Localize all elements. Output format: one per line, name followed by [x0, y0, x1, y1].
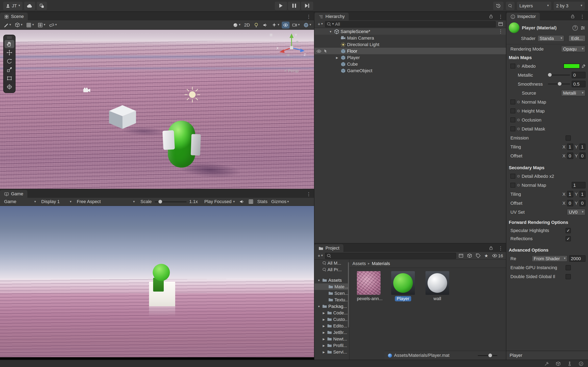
global-search-button[interactable]	[506, 1, 515, 10]
expander-closed-icon[interactable]: ▶	[335, 56, 339, 59]
visibility-eye-icon[interactable]	[316, 49, 321, 53]
rect-tool-button[interactable]	[4, 74, 14, 82]
texture-slot[interactable]	[510, 64, 515, 68]
version-control-button[interactable]	[37, 1, 47, 10]
package-status-icon[interactable]	[554, 360, 562, 367]
object-picker-icon[interactable]: ⊙	[517, 174, 520, 178]
scene-viewport[interactable]: ≡ Y X Z < Persp	[0, 30, 314, 189]
hierarchy-menu-button[interactable]: ⋮	[495, 13, 506, 20]
grid-visibility-button[interactable]: ▾	[25, 21, 35, 28]
search-window-button[interactable]	[457, 252, 465, 259]
tab-scene[interactable]: Scene	[0, 13, 28, 20]
expander-closed-icon[interactable]: ▶	[322, 350, 326, 353]
tab-project[interactable]: Project	[314, 244, 344, 252]
tiling-x-field[interactable]: 1	[567, 191, 573, 197]
layers-dropdown[interactable]: Layers ▾	[517, 1, 551, 10]
scene-panel-menu-button[interactable]: ⋮	[303, 13, 314, 20]
measure-tool-button[interactable]: ▾	[48, 21, 58, 28]
render-queue-field[interactable]: 2000	[569, 255, 586, 262]
reflections-checkbox[interactable]	[566, 236, 571, 241]
texture-slot[interactable]	[510, 126, 515, 131]
folder-profile[interactable]: ▶Profil...	[314, 342, 349, 349]
camera-settings-dropdown[interactable]: ▾	[291, 21, 301, 28]
project-lock-button[interactable]	[487, 244, 495, 252]
projection-mode-label[interactable]: < Persp	[271, 69, 312, 73]
tab-hierarchy[interactable]: Hierarchy	[314, 13, 349, 20]
hierarchy-item-cube[interactable]: Cube	[314, 61, 506, 67]
project-menu-button[interactable]: ⋮	[495, 244, 506, 252]
object-picker-icon[interactable]: ⊙	[517, 118, 520, 122]
cloud-button[interactable]	[24, 1, 35, 10]
display-dropdown[interactable]: Display 1▾	[39, 198, 73, 205]
pivot-mode-button[interactable]: ▾	[13, 21, 24, 28]
overlay-drag-handle[interactable]	[7, 37, 12, 38]
folder-scenes[interactable]: Scen...	[314, 290, 349, 296]
expander-open-icon[interactable]: ▼	[317, 279, 321, 282]
gizmos-dropdown[interactable]: ▾	[302, 21, 312, 28]
folder-assets[interactable]: ▼Assets	[314, 277, 349, 284]
step-button[interactable]	[301, 1, 313, 10]
texture-slot[interactable]	[510, 174, 515, 179]
game-view-dropdown[interactable]: Game▾	[2, 198, 38, 205]
breadcrumb-assets[interactable]: Assets	[352, 261, 366, 266]
albedo-color-swatch[interactable]	[563, 64, 580, 68]
hierarchy-lock-button[interactable]	[487, 13, 495, 20]
metallic-field[interactable]: 0	[572, 72, 586, 78]
scene-cube-object[interactable]	[108, 105, 137, 131]
mute-audio-button[interactable]	[238, 198, 246, 205]
source-dropdown[interactable]: Metalli▾	[561, 90, 586, 96]
game-viewport[interactable]	[0, 206, 314, 360]
rotate-tool-button[interactable]	[4, 57, 14, 65]
presets-icon[interactable]	[580, 25, 586, 30]
secondary-normal-field[interactable]: 1	[572, 182, 586, 188]
render-queue-dropdown[interactable]: From Shader▾	[532, 255, 568, 262]
object-picker-icon[interactable]: ⊙	[517, 109, 520, 113]
favorites-button[interactable]: ★	[483, 252, 490, 259]
undo-history-button[interactable]	[493, 1, 503, 10]
help-icon[interactable]: ?	[572, 25, 578, 30]
transform-tool-button[interactable]	[4, 83, 14, 91]
smoothness-slider[interactable]	[548, 83, 570, 84]
scene-wall-slab-right[interactable]	[191, 134, 201, 156]
tab-inspector[interactable]: Inspector	[506, 13, 540, 20]
expander-closed-icon[interactable]: ▶	[322, 318, 326, 321]
stats-button[interactable]: Stats	[256, 198, 269, 205]
edit-shader-button[interactable]: Edit...	[568, 35, 586, 42]
tiling-y-field[interactable]: 1	[579, 191, 586, 197]
search-by-label-button[interactable]	[475, 252, 482, 259]
overlay-menu-icon[interactable]: ≡	[269, 32, 273, 38]
scale-slider[interactable]	[155, 201, 186, 202]
tiling-x-field[interactable]: 1	[567, 143, 573, 150]
favorite-all-materials[interactable]: All M...	[314, 260, 349, 266]
expander-closed-icon[interactable]: ▶	[322, 311, 326, 314]
scale-tool-button[interactable]	[4, 66, 14, 74]
draw-mode-dropdown[interactable]: ▾	[232, 21, 242, 28]
texture-slot[interactable]	[510, 117, 515, 122]
asset-player-material[interactable]: Player	[389, 271, 416, 351]
effects-dropdown[interactable]: ▾	[270, 21, 281, 28]
hidden-count-button[interactable]: 16	[491, 252, 504, 259]
double-sided-gi-checkbox[interactable]	[566, 274, 571, 279]
search-by-type-button[interactable]	[466, 252, 473, 259]
offset-y-field[interactable]: 0	[579, 152, 586, 159]
expander-closed-icon[interactable]: ▶	[322, 344, 326, 347]
shader-dropdown[interactable]: Standa▾	[537, 35, 564, 42]
create-asset-button[interactable]: + ▾	[316, 252, 324, 259]
directional-light-gizmo[interactable]	[183, 86, 201, 104]
hierarchy-scene-row[interactable]: ▼ SampleScene* ⋮	[314, 28, 506, 35]
thumbnail-size-slider[interactable]	[478, 355, 497, 356]
tiling-y-field[interactable]: 1	[579, 143, 586, 150]
folder-materials[interactable]: Mate...	[314, 284, 349, 290]
texture-slot[interactable]	[510, 183, 515, 188]
inspector-menu-button[interactable]: ⋮	[577, 13, 588, 20]
eyedropper-icon[interactable]	[581, 64, 586, 68]
expander-closed-icon[interactable]: ▶	[322, 331, 326, 334]
move-tool-button[interactable]	[4, 49, 14, 57]
hierarchy-search-input[interactable]: ▾ All	[325, 21, 496, 27]
scene-visibility-toggle[interactable]	[282, 21, 290, 28]
scene-wall-slab[interactable]	[163, 130, 175, 150]
expander-closed-icon[interactable]: ▶	[322, 324, 326, 327]
uv-set-dropdown[interactable]: UV0▾	[567, 209, 586, 215]
smoothness-field[interactable]: 0.5	[572, 81, 586, 87]
camera-gizmo[interactable]	[83, 88, 91, 92]
